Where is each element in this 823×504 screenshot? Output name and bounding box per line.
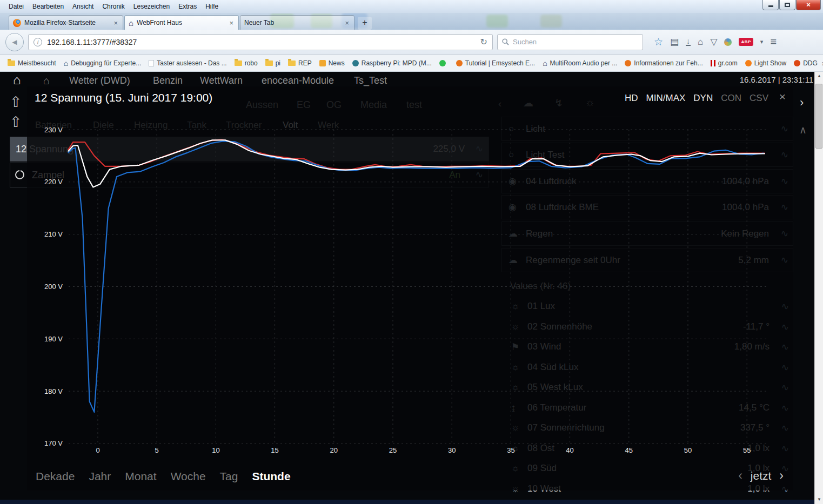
menu-bar: Datei Bearbeiten Ansicht Chronik Lesezei… [0, 0, 823, 13]
tab-close-icon[interactable]: × [228, 19, 235, 27]
range-jahr[interactable]: Jahr [89, 470, 111, 483]
site-info-icon[interactable]: i [34, 38, 42, 46]
bookmark-item[interactable]: ⌂Debugging für Experte... [61, 58, 145, 69]
bookmark-label: REP [298, 59, 312, 67]
range-stunde[interactable]: Stunde [252, 470, 290, 483]
range-woche[interactable]: Woche [171, 470, 206, 483]
reload-icon[interactable]: ↻ [480, 37, 487, 47]
tab-firefox-start[interactable]: Mozilla Firefox-Startseite × [9, 15, 123, 30]
prev-chevron-icon[interactable]: ‹ [738, 468, 742, 483]
option-hd[interactable]: HD [625, 93, 638, 104]
jetzt-button[interactable]: jetzt [751, 469, 772, 482]
search-bar[interactable]: Suchen [497, 34, 643, 50]
tab-neuer-tab[interactable]: Neuer Tab × [240, 15, 354, 30]
glass-artifact [540, 15, 562, 28]
extension-icon[interactable] [724, 38, 732, 46]
x-axis-label: 25 [389, 446, 397, 454]
search-icon [502, 38, 509, 45]
bookmark-label: DDG [803, 59, 818, 67]
tutorial-icon [456, 60, 463, 66]
bookmark-item[interactable]: REP [285, 58, 315, 69]
pocket-icon[interactable]: ▽ [710, 36, 717, 48]
bookmark-star-icon[interactable]: ☆ [654, 36, 663, 48]
download-icon[interactable]: ↓ [686, 38, 691, 46]
x-axis-label: 15 [271, 446, 278, 454]
bookmark-item[interactable]: robo [231, 58, 261, 69]
bookmark-item[interactable] [436, 58, 452, 68]
url-bar[interactable]: i 192.168.1.11:3777/#38327 ↻ [28, 34, 493, 50]
new-tab-button[interactable]: + [358, 17, 372, 30]
close-icon[interactable]: × [779, 90, 786, 103]
menu-bearbeiten[interactable]: Bearbeiten [28, 1, 68, 12]
home-icon[interactable]: ⌂ [698, 37, 703, 48]
y-axis-label: 230 V [44, 126, 63, 134]
tab-close-icon[interactable]: × [344, 19, 350, 27]
option-con[interactable]: CON [721, 93, 741, 104]
webfront-home-icon[interactable]: ⌂ [13, 72, 21, 88]
scrollbar-thumb[interactable] [815, 84, 822, 149]
x-axis-label: 50 [684, 446, 692, 454]
menu-chronik[interactable]: Chronik [98, 1, 129, 12]
bookmark-item[interactable]: ⌂MultiRoom Audio per ... [539, 58, 620, 69]
option-csv[interactable]: CSV [750, 93, 768, 104]
chart-modal: 230 V220 V210 V200 V190 V180 V170 V05101… [27, 86, 793, 490]
bookmark-item[interactable]: Tutorial | Emsystech E... [453, 58, 538, 69]
bookmark-item[interactable]: pi [262, 58, 284, 69]
adblock-plus-icon[interactable]: ABP [739, 38, 753, 46]
navigation-toolbar: ◄ i 192.168.1.11:3777/#38327 ↻ Suchen ☆ … [0, 30, 823, 55]
x-axis-label: 20 [330, 446, 338, 454]
bookmark-item[interactable]: DDG [791, 58, 821, 69]
bookmark-label: Tutorial | Emsystech E... [465, 59, 535, 67]
bookmark-item[interactable]: Light Show [742, 58, 789, 69]
news-icon [319, 60, 326, 66]
tab-close-icon[interactable]: × [112, 19, 119, 27]
menu-ansicht[interactable]: Ansicht [68, 1, 98, 12]
range-monat[interactable]: Monat [125, 470, 156, 483]
window-controls: × [762, 0, 821, 10]
menu-extras[interactable]: Extras [174, 1, 201, 12]
bookmark-item[interactable]: Taster auslesen - Das ... [145, 58, 230, 69]
menu-hilfe[interactable]: Hilfe [201, 1, 223, 12]
bookmark-item[interactable]: Raspberry Pi: MPD (M... [349, 58, 435, 69]
scroll-down-icon[interactable]: ▼ [815, 495, 823, 504]
duckduckgo-icon [794, 60, 800, 66]
page-up-arrow-icon[interactable]: ⇧ [10, 93, 22, 111]
bookmarks-toolbar: Meistbesucht ⌂Debugging für Experte... T… [0, 55, 823, 72]
menu-datei[interactable]: Datei [4, 1, 28, 12]
tab-label: WebFront Haus [137, 19, 225, 26]
search-placeholder: Suchen [513, 38, 537, 46]
menu-lesezeichen[interactable]: Lesezeichen [129, 1, 174, 12]
page-scrollbar[interactable]: ▲ ▼ [814, 72, 823, 504]
option-dyn[interactable]: DYN [693, 93, 713, 104]
range-dekade[interactable]: Dekade [36, 470, 75, 483]
menu-hamburger-icon[interactable]: ≡ [770, 36, 777, 48]
page-up-arrow-icon[interactable]: ⇧ [10, 113, 22, 131]
back-button[interactable]: ◄ [5, 33, 24, 51]
webfront-home2-icon[interactable]: ⌂ [43, 75, 50, 87]
bookmark-item[interactable]: News [316, 58, 348, 69]
scroll-up-icon[interactable]: ▲ [815, 72, 823, 80]
tab-webfront-haus[interactable]: ⌂ WebFront Haus × [124, 15, 239, 30]
maximize-button[interactable] [779, 0, 795, 10]
option-minmax[interactable]: MIN/MAX [646, 93, 686, 104]
raspberry-icon [352, 60, 359, 66]
close-window-button[interactable]: × [796, 0, 821, 10]
bookmark-label: Debugging für Experte... [71, 59, 141, 67]
folder-icon [288, 61, 296, 66]
library-icon[interactable]: ▤ [670, 36, 679, 48]
chart-title: 12 Spannung (15. Juni 2017 19:00) [35, 91, 212, 104]
range-tag[interactable]: Tag [220, 470, 238, 483]
url-text[interactable]: 192.168.1.11:3777/#38327 [47, 38, 476, 46]
x-axis-label: 5 [155, 446, 159, 454]
bookmark-item[interactable]: Meistbesucht [4, 58, 59, 69]
tab-bar: Mozilla Firefox-Startseite × ⌂ WebFront … [0, 13, 823, 30]
bookmark-item[interactable]: Informationen zur Feh... [621, 58, 706, 69]
chevron-right-icon[interactable]: › [800, 96, 804, 110]
bookmark-item[interactable]: gr.com [707, 58, 741, 69]
next-chevron-icon[interactable]: › [779, 468, 784, 483]
bookmark-label: Meistbesucht [18, 59, 56, 67]
minimize-button[interactable] [762, 0, 779, 10]
collapse-caret-icon[interactable]: ∧ [799, 124, 807, 136]
abp-dropdown-icon[interactable]: ▾ [760, 38, 764, 45]
bookmark-label: Taster auslesen - Das ... [157, 59, 226, 67]
